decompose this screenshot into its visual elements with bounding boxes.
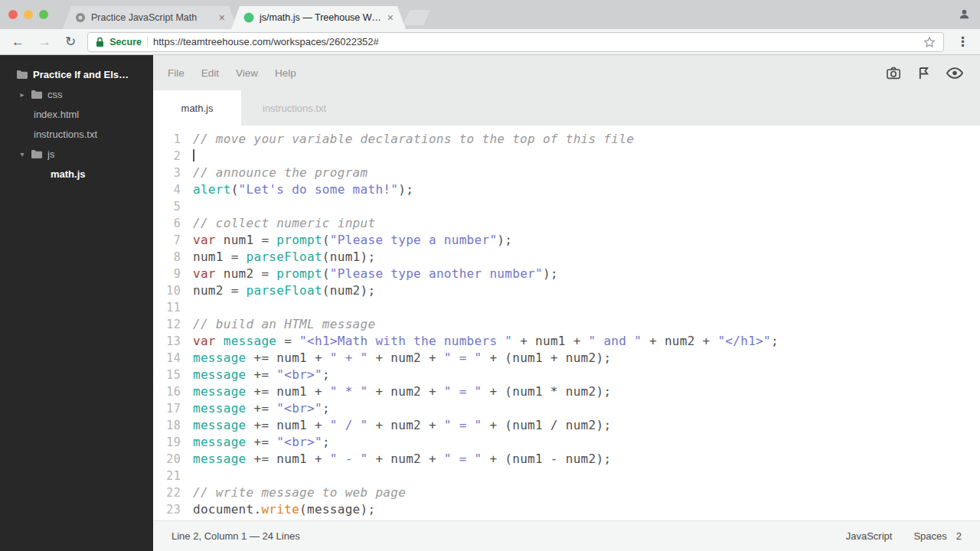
code-line-12[interactable]: 12// build an HTML message <box>153 316 980 333</box>
code-text: // build an HTML message <box>193 316 375 333</box>
code-line-7[interactable]: 7var num1 = prompt("Please type a number… <box>153 232 980 249</box>
sidebar-item-js[interactable]: ▾js <box>0 144 153 164</box>
sidebar-item-index-html[interactable]: index.html <box>0 104 153 124</box>
sidebar-item-math-js[interactable]: math.js <box>0 164 153 184</box>
flag-icon[interactable] <box>918 67 929 80</box>
token-builtin: prompt <box>276 233 322 247</box>
editor-tabbar: math.js instructions.txt <box>153 90 980 126</box>
menubar-items: FileEditViewHelp <box>159 67 305 79</box>
browser-tab-treehouse-workspaces[interactable]: js/math.js — Treehouse Works × <box>231 6 406 29</box>
code-text: message += "<br>"; <box>193 367 330 383</box>
code-line-20[interactable]: 20message += num1 + " - " + num2 + " = "… <box>153 451 980 468</box>
token-plain: ); <box>497 233 512 247</box>
code-line-14[interactable]: 14message += num1 + " + " + num2 + " = "… <box>153 350 980 367</box>
chevron-down-icon[interactable]: ▾ <box>18 150 26 158</box>
window-controls <box>8 10 48 19</box>
back-button[interactable]: ← <box>5 35 31 48</box>
url-text[interactable]: https://teamtreehouse.com/workspaces/260… <box>153 36 918 47</box>
code-line-18[interactable]: 18message += num1 + " / " + num2 + " = "… <box>153 417 980 434</box>
code-line-13[interactable]: 13var message = "<h1>Math with the numbe… <box>153 333 980 350</box>
code-line-9[interactable]: 9var num2 = prompt("Please type another … <box>153 266 980 282</box>
menu-edit[interactable]: Edit <box>193 67 227 79</box>
menu-view[interactable]: View <box>227 67 266 79</box>
token-variable: message <box>193 435 247 449</box>
token-plain: = <box>276 334 299 348</box>
workspace-menubar: FileEditViewHelp <box>153 55 980 90</box>
code-line-6[interactable]: 6// collect numeric input <box>153 215 980 232</box>
code-editor[interactable]: 1// move your variable declarations to t… <box>153 126 980 520</box>
code-line-19[interactable]: 19message += "<br>"; <box>153 434 980 451</box>
reload-button[interactable]: ↻ <box>58 35 83 48</box>
browser-tabstrip: Practice JavaScript Math × js/math.js — … <box>0 0 980 29</box>
code-line-1[interactable]: 1// move your variable declarations to t… <box>153 131 980 148</box>
eye-icon[interactable] <box>946 67 963 79</box>
browser-tabs: Practice JavaScript Math × js/math.js — … <box>63 6 430 29</box>
token-builtin: alert <box>193 182 231 197</box>
code-text: var num2 = prompt("Please type another n… <box>193 266 558 282</box>
token-plain <box>216 334 224 348</box>
token-plain: ; <box>771 334 779 348</box>
sidebar-item-instructions-txt[interactable]: instructions.txt <box>0 124 153 144</box>
token-plain: num2 = <box>216 266 276 281</box>
editor-tab-instructions-txt[interactable]: instructions.txt <box>241 90 348 126</box>
token-plain: += <box>247 367 277 382</box>
code-line-5[interactable]: 5 <box>153 198 980 215</box>
forward-button[interactable]: → <box>31 35 58 48</box>
token-variable: message <box>193 418 247 432</box>
close-tab-icon[interactable]: × <box>219 12 225 23</box>
token-plain: += num1 + <box>247 384 330 399</box>
code-text: var num1 = prompt("Please type a number"… <box>193 232 512 249</box>
token-plain: ( <box>322 266 330 281</box>
code-text: alert("Let's do some math!"); <box>193 181 413 198</box>
code-line-21[interactable]: 21 <box>153 468 980 484</box>
code-line-2[interactable]: 2 <box>153 148 980 165</box>
indent-size[interactable]: 2 <box>956 530 962 542</box>
code-line-22[interactable]: 22// write message to web page <box>153 484 980 501</box>
code-line-8[interactable]: 8num1 = parseFloat(num1); <box>153 249 980 266</box>
file-label: index.html <box>34 109 79 120</box>
menu-file[interactable]: File <box>159 67 193 79</box>
new-tab-button[interactable] <box>403 10 430 25</box>
token-string: "<br>" <box>276 435 322 449</box>
sidebar-item-css[interactable]: ▸css <box>0 84 153 104</box>
token-plain: ; <box>322 367 330 382</box>
main-content: Practice If and Els…▸cssindex.htmlinstru… <box>0 55 980 551</box>
code-line-23[interactable]: 23document.write(message); <box>153 501 980 518</box>
code-text: message += num1 + " * " + num2 + " = " +… <box>193 383 611 400</box>
line-number: 17 <box>153 400 181 417</box>
code-line-4[interactable]: 4alert("Let's do some math!"); <box>153 181 980 198</box>
code-line-11[interactable]: 11 <box>153 299 980 316</box>
line-number: 4 <box>153 181 181 198</box>
address-bar[interactable]: Secure https://teamtreehouse.com/workspa… <box>87 32 944 52</box>
code-line-10[interactable]: 10num2 = parseFloat(num2); <box>153 282 980 299</box>
chevron-right-icon[interactable]: ▸ <box>18 90 26 99</box>
browser-menu-icon[interactable]: ⋮ <box>950 34 975 50</box>
camera-icon[interactable] <box>886 67 901 80</box>
token-string: "<h1>Math with the numbers " <box>299 334 512 348</box>
sidebar-item-practice-if-and-els[interactable]: Practice If and Els… <box>0 64 153 84</box>
code-line-15[interactable]: 15message += "<br>"; <box>153 367 980 383</box>
close-window-button[interactable] <box>8 10 18 19</box>
menu-help[interactable]: Help <box>266 67 305 79</box>
code-line-16[interactable]: 16message += num1 + " * " + num2 + " = "… <box>153 383 980 400</box>
token-keyword: var <box>193 233 216 247</box>
close-tab-icon[interactable]: × <box>387 12 394 23</box>
language-mode[interactable]: JavaScript <box>846 530 893 542</box>
omnibox-divider <box>147 37 148 47</box>
lock-icon <box>96 37 104 47</box>
statusbar-right: JavaScript Spaces 2 <box>846 530 962 542</box>
editor-tab-math-js[interactable]: math.js <box>153 90 241 126</box>
file-label: instructions.txt <box>34 129 97 140</box>
minimize-window-button[interactable] <box>24 10 33 19</box>
bookmark-star-icon[interactable] <box>923 36 936 48</box>
token-variable: message <box>193 384 247 399</box>
profile-icon[interactable] <box>958 8 971 21</box>
tab-title: js/math.js — Treehouse Works <box>260 12 382 23</box>
indent-label[interactable]: Spaces <box>913 530 946 542</box>
code-text: // write message to web page <box>193 484 406 501</box>
code-line-3[interactable]: 3// announce the program <box>153 165 980 181</box>
maximize-window-button[interactable] <box>39 10 48 19</box>
token-plain: + num2 + <box>368 384 443 399</box>
code-line-17[interactable]: 17message += "<br>"; <box>153 400 980 417</box>
browser-tab-practice-javascript-math[interactable]: Practice JavaScript Math × <box>63 6 237 29</box>
